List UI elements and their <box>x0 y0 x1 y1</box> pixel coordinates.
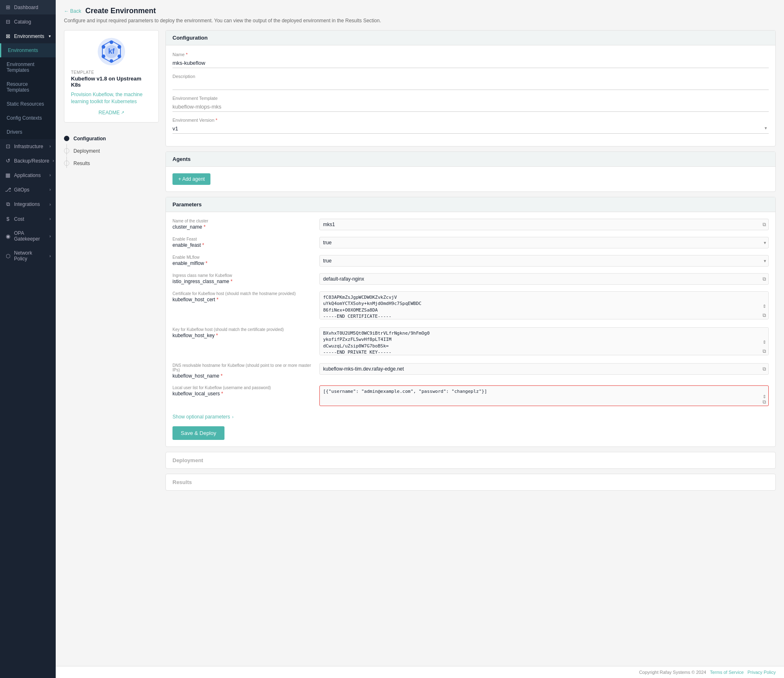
external-link-icon: ↗ <box>121 110 124 115</box>
template-label: TEMPLATE <box>71 70 152 75</box>
step-deployment: Deployment <box>64 145 159 157</box>
sidebar-item-config-contexts[interactable]: Config Contexts <box>0 111 56 125</box>
sidebar-item-integrations[interactable]: ⧉ Integrations › <box>0 197 56 212</box>
param-right-enable-mlflow: true false ▾ <box>319 255 769 267</box>
param-input-host-name[interactable] <box>319 363 769 375</box>
param-right-host-cert: fC03APKmZsJgpWCDWOKZvkZcvjV uYkQ4omYCTX5… <box>319 291 769 321</box>
param-name-enable-mlflow: enable_mlflow <box>172 260 313 266</box>
param-group-label-istio-ingress: Ingress class name for Kubeflow <box>172 273 313 278</box>
sidebar-sub-label: Environments <box>8 47 38 53</box>
svg-point-9 <box>102 45 105 49</box>
param-row-host-key: Key for Kubeflow host (should match the … <box>172 327 769 357</box>
sidebar-item-catalog[interactable]: ⊟ Catalog <box>0 14 56 29</box>
sidebar-item-cost[interactable]: $ Cost › <box>0 212 56 226</box>
sidebar-item-dashboard[interactable]: ⊞ Dashboard <box>0 0 56 14</box>
step-results: Results <box>64 157 159 170</box>
sidebar-item-infrastructure[interactable]: ⊡ Infrastructure › <box>0 139 56 154</box>
catalog-icon: ⊟ <box>5 19 11 25</box>
param-group-label-host-cert: Certificate for Kubeflow host (should ma… <box>172 291 313 296</box>
svg-text:kf: kf <box>108 47 115 55</box>
param-input-cluster-name[interactable] <box>319 219 769 230</box>
param-input-istio-ingress[interactable] <box>319 273 769 285</box>
sidebar-item-label: Environments <box>14 33 44 39</box>
env-version-label: Environment Version <box>172 118 769 123</box>
description-field: Description <box>172 74 769 90</box>
resize-icon[interactable]: ⇕ <box>763 394 766 399</box>
main-content: ← Back Create Environment Configure and … <box>56 0 784 678</box>
sidebar-item-static-resources[interactable]: Static Resources <box>0 97 56 111</box>
copy-icon[interactable]: ⧉ <box>763 222 766 227</box>
privacy-policy-link[interactable]: Privacy Policy <box>748 670 776 675</box>
param-row-local-users: Local user list for Kubeflow (username a… <box>172 385 769 407</box>
param-left-enable-feast: Enable Feast enable_feast <box>172 237 313 248</box>
sidebar-item-gitops[interactable]: ⎇ GitOps › <box>0 182 56 197</box>
param-row-host-name: DNS resolvable hostname for Kubeflow (sh… <box>172 363 769 379</box>
save-deploy-button[interactable]: Save & Deploy <box>172 426 224 440</box>
param-row-host-cert: Certificate for Kubeflow host (should ma… <box>172 291 769 321</box>
sidebar-item-resource-templates[interactable]: Resource Templates <box>0 77 56 97</box>
add-agent-button[interactable]: + Add agent <box>172 173 210 185</box>
env-version-select-wrap: v1 v2 <box>172 124 769 134</box>
param-textarea-local-users[interactable]: [{"username": "admin@example.com", "pass… <box>319 385 769 406</box>
back-link[interactable]: ← Back <box>64 8 81 14</box>
show-optional-parameters[interactable]: Show optional parameters › <box>172 414 769 420</box>
copy-icon[interactable]: ⧉ <box>763 312 766 318</box>
sidebar-sub-label: Static Resources <box>7 101 44 107</box>
resize-icon[interactable]: ⇕ <box>763 303 766 309</box>
footer: Copyright Rafay Systems © 2024 Terms of … <box>56 666 784 678</box>
layout: kf TEMPLATE Kubeflow v1.8 on Upstream K8… <box>64 30 776 496</box>
sidebar-item-network-policy[interactable]: ⬡ Network Policy › <box>0 246 56 266</box>
chevron-down-icon: ▾ <box>49 34 51 38</box>
sidebar-item-env-templates[interactable]: Environment Templates <box>0 57 56 77</box>
gitops-icon: ⎇ <box>5 187 11 193</box>
sidebar-item-environments-main[interactable]: Environments <box>0 43 56 57</box>
sidebar-item-label: Network Policy <box>14 250 46 262</box>
sidebar-item-applications[interactable]: ▦ Applications › <box>0 168 56 182</box>
param-group-label-host-key: Key for Kubeflow host (should match the … <box>172 327 313 332</box>
infrastructure-icon: ⊡ <box>5 143 11 149</box>
chevron-right-icon: › <box>232 415 233 419</box>
textarea-wrap-host-cert: fC03APKmZsJgpWCDWOKZvkZcvjV uYkQ4omYCTX5… <box>319 291 769 321</box>
param-select-enable-feast[interactable]: true false <box>319 237 769 248</box>
cost-icon: $ <box>5 216 11 222</box>
copy-icon[interactable]: ⧉ <box>763 366 766 372</box>
page-title: Create Environment <box>85 7 156 15</box>
readme-label: README <box>99 110 120 116</box>
readme-link[interactable]: README ↗ <box>99 110 124 116</box>
sidebar-item-environments[interactable]: ⊠ Environments ▾ <box>0 29 56 43</box>
param-textarea-host-key[interactable]: BXvhxT0U2UM5Qt0WC9iBtrVLfrNgkne/9hFmOg0 … <box>319 327 769 355</box>
chevron-right-icon: › <box>52 158 54 163</box>
sidebar-item-label: Backup/Restore <box>14 158 49 164</box>
env-version-select[interactable]: v1 v2 <box>172 124 769 134</box>
sidebar-item-drivers[interactable]: Drivers <box>0 125 56 139</box>
name-input[interactable] <box>172 58 769 68</box>
name-label: Name <box>172 52 769 57</box>
param-name-host-key: kubeflow_host_key <box>172 333 313 338</box>
sidebar-sub-label: Resource Templates <box>7 81 51 93</box>
param-select-enable-mlflow[interactable]: true false <box>319 255 769 267</box>
description-input[interactable] <box>172 80 769 90</box>
sidebar-item-backup-restore[interactable]: ↺ Backup/Restore › <box>0 154 56 168</box>
steps: Configuration Deployment Results <box>64 129 159 173</box>
param-name-enable-feast: enable_feast <box>172 242 313 248</box>
configuration-section-header: Configuration <box>166 31 775 45</box>
param-right-local-users: [{"username": "admin@example.com", "pass… <box>319 385 769 407</box>
param-name-host-name: kubeflow_host_name <box>172 373 313 379</box>
dashboard-icon: ⊞ <box>5 4 11 10</box>
copy-icon[interactable]: ⧉ <box>763 399 766 405</box>
backup-icon: ↺ <box>5 158 11 164</box>
copy-icon[interactable]: ⧉ <box>763 348 766 354</box>
param-input-wrap-enable-mlflow: true false ▾ <box>319 255 769 267</box>
terms-of-service-link[interactable]: Terms of Service <box>710 670 744 675</box>
sidebar-item-opa-gatekeeper[interactable]: ◉ OPA Gatekeeper › <box>0 226 56 246</box>
content-area: ← Back Create Environment Configure and … <box>56 0 784 666</box>
copy-icon[interactable]: ⧉ <box>763 276 766 282</box>
param-textarea-host-cert[interactable]: fC03APKmZsJgpWCDWOKZvkZcvjV uYkQ4omYCTX5… <box>319 291 769 319</box>
param-right-enable-feast: true false ▾ <box>319 237 769 248</box>
param-name-local-users: kubeflow_local_users <box>172 391 313 397</box>
chevron-right-icon: › <box>50 202 51 207</box>
textarea-wrap-local-users: [{"username": "admin@example.com", "pass… <box>319 385 769 407</box>
resize-icon[interactable]: ⇕ <box>763 339 766 345</box>
step-label-deployment: Deployment <box>73 148 100 154</box>
param-row-enable-feast: Enable Feast enable_feast true false ▾ <box>172 237 769 248</box>
